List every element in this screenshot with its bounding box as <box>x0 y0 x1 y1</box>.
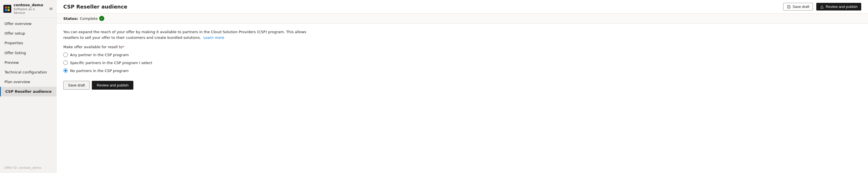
sidebar-item-technical-configuration[interactable]: Technical configuration <box>0 68 56 77</box>
svg-rect-2 <box>5 9 7 11</box>
main-content: CSP Reseller audience Save draft Review … <box>57 0 868 173</box>
sidebar-item-csp-reseller-audience[interactable]: CSP Reseller audience <box>0 87 56 96</box>
topbar-actions: Save draft Review and publish <box>783 3 861 10</box>
learn-more-link[interactable]: Learn more <box>204 35 224 40</box>
sidebar-header: contoso_demo Software as a Service ≡ <box>0 0 56 18</box>
topbar-save-draft-button[interactable]: Save draft <box>783 3 813 10</box>
publish-icon <box>820 5 824 9</box>
svg-rect-0 <box>5 6 7 8</box>
content-area: Status: Complete ✓ You can expand the re… <box>57 14 868 173</box>
radio-no-partners-label: No partners in the CSP program <box>70 69 129 73</box>
page-title: CSP Reseller audience <box>63 4 127 10</box>
topbar: CSP Reseller audience Save draft Review … <box>57 0 868 14</box>
svg-rect-1 <box>8 6 10 8</box>
page-body: You can expand the reach of your offer b… <box>57 24 868 95</box>
company-subtitle: Software as a Service <box>13 7 47 15</box>
action-bar: Save draft Review and publish <box>63 81 861 90</box>
company-name: contoso_demo <box>13 3 47 7</box>
offer-id: Offer ID: contoso_demo <box>0 164 56 173</box>
company-logo-icon <box>3 5 11 13</box>
svg-rect-5 <box>788 5 789 6</box>
sidebar-item-offer-overview[interactable]: Offer overview <box>0 19 56 29</box>
sidebar-item-plan-overview[interactable]: Plan overview <box>0 77 56 87</box>
radio-any-partner-label: Any partner in the CSP program <box>70 53 129 57</box>
radio-specific-partners-input[interactable] <box>63 60 68 65</box>
sidebar-item-offer-listing[interactable]: Offer listing <box>0 48 56 58</box>
status-label: Status: <box>63 17 78 21</box>
status-bar: Status: Complete ✓ <box>57 14 868 24</box>
required-marker: * <box>123 45 125 49</box>
sidebar: contoso_demo Software as a Service ≡ Off… <box>0 0 57 173</box>
hamburger-icon[interactable]: ≡ <box>49 6 53 11</box>
radio-specific-partners[interactable]: Specific partners in the CSP program I s… <box>63 60 861 65</box>
topbar-review-publish-button[interactable]: Review and publish <box>816 3 861 10</box>
sidebar-item-properties[interactable]: Properties <box>0 38 56 48</box>
save-draft-button[interactable]: Save draft <box>63 81 90 90</box>
radio-any-partner[interactable]: Any partner in the CSP program <box>63 52 861 57</box>
svg-rect-4 <box>788 7 790 8</box>
radio-no-partners-input[interactable] <box>63 68 68 73</box>
sidebar-item-preview[interactable]: Preview <box>0 58 56 68</box>
description-text: You can expand the reach of your offer b… <box>63 29 318 40</box>
status-complete-icon: ✓ <box>99 16 104 21</box>
radio-any-partner-input[interactable] <box>63 52 68 57</box>
status-value: Complete <box>80 17 98 21</box>
save-icon <box>787 5 791 9</box>
review-publish-button[interactable]: Review and publish <box>92 81 133 90</box>
sidebar-item-offer-setup[interactable]: Offer setup <box>0 29 56 38</box>
section-label: Make offer available for resell to* <box>63 45 861 49</box>
resell-options-group: Any partner in the CSP program Specific … <box>63 52 861 73</box>
company-info: contoso_demo Software as a Service <box>13 3 47 15</box>
radio-specific-partners-label: Specific partners in the CSP program I s… <box>70 61 152 65</box>
sidebar-navigation: Offer overview Offer setup Properties Of… <box>0 18 56 164</box>
radio-no-partners[interactable]: No partners in the CSP program <box>63 68 861 73</box>
svg-rect-3 <box>8 9 10 11</box>
